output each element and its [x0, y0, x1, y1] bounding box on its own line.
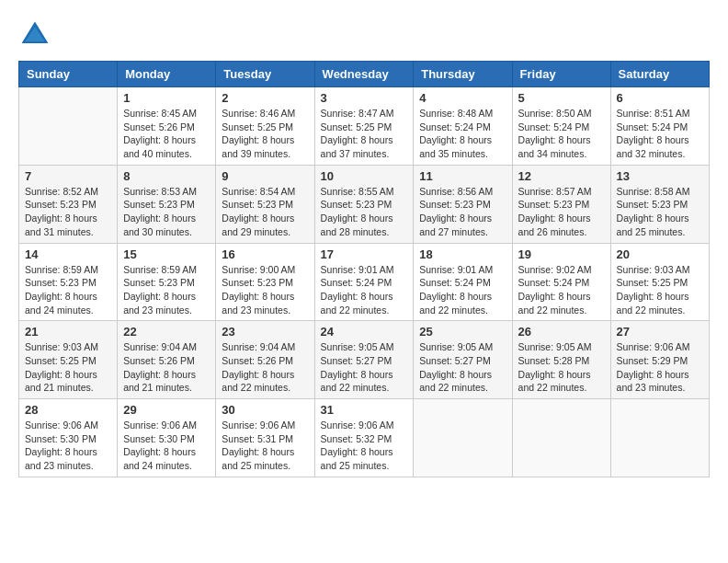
day-detail: Sunrise: 9:03 AM Sunset: 5:25 PM Dayligh…	[617, 263, 703, 317]
day-detail: Sunrise: 9:01 AM Sunset: 5:24 PM Dayligh…	[321, 263, 408, 317]
day-number: 10	[321, 169, 408, 183]
page-header	[18, 18, 710, 52]
col-header-sunday: Sunday	[19, 62, 118, 87]
day-number: 15	[123, 247, 210, 261]
day-detail: Sunrise: 8:56 AM Sunset: 5:23 PM Dayligh…	[419, 185, 506, 239]
day-cell: 5Sunrise: 8:50 AM Sunset: 5:24 PM Daylig…	[512, 87, 610, 166]
day-cell: 31Sunrise: 9:06 AM Sunset: 5:32 PM Dayli…	[314, 399, 414, 477]
logo	[18, 18, 55, 52]
day-number: 22	[123, 325, 210, 339]
day-detail: Sunrise: 8:58 AM Sunset: 5:23 PM Dayligh…	[617, 185, 703, 239]
day-number: 28	[25, 403, 111, 417]
day-detail: Sunrise: 9:03 AM Sunset: 5:25 PM Dayligh…	[25, 340, 111, 395]
day-number: 31	[321, 403, 408, 417]
day-detail: Sunrise: 9:05 AM Sunset: 5:27 PM Dayligh…	[321, 340, 408, 395]
day-cell: 2Sunrise: 8:46 AM Sunset: 5:25 PM Daylig…	[216, 87, 314, 166]
day-cell: 25Sunrise: 9:05 AM Sunset: 5:27 PM Dayli…	[414, 321, 512, 399]
day-detail: Sunrise: 9:00 AM Sunset: 5:23 PM Dayligh…	[222, 263, 308, 317]
day-cell: 23Sunrise: 9:04 AM Sunset: 5:26 PM Dayli…	[216, 321, 314, 399]
day-cell: 6Sunrise: 8:51 AM Sunset: 5:24 PM Daylig…	[610, 87, 709, 166]
day-cell: 16Sunrise: 9:00 AM Sunset: 5:23 PM Dayli…	[216, 243, 314, 321]
day-cell: 27Sunrise: 9:06 AM Sunset: 5:29 PM Dayli…	[610, 321, 709, 399]
day-cell: 26Sunrise: 9:05 AM Sunset: 5:28 PM Dayli…	[512, 321, 610, 399]
day-number: 4	[419, 91, 506, 105]
day-cell: 24Sunrise: 9:05 AM Sunset: 5:27 PM Dayli…	[314, 321, 414, 399]
day-cell: 19Sunrise: 9:02 AM Sunset: 5:24 PM Dayli…	[512, 243, 610, 321]
day-detail: Sunrise: 8:59 AM Sunset: 5:23 PM Dayligh…	[25, 263, 111, 317]
day-detail: Sunrise: 8:47 AM Sunset: 5:25 PM Dayligh…	[321, 107, 408, 161]
day-cell: 17Sunrise: 9:01 AM Sunset: 5:24 PM Dayli…	[314, 243, 414, 321]
header-row: SundayMondayTuesdayWednesdayThursdayFrid…	[19, 62, 710, 87]
logo-icon	[18, 18, 51, 52]
col-header-wednesday: Wednesday	[314, 62, 414, 87]
day-detail: Sunrise: 9:06 AM Sunset: 5:29 PM Dayligh…	[617, 340, 703, 395]
day-number: 26	[518, 325, 605, 339]
day-number: 21	[25, 325, 111, 339]
day-detail: Sunrise: 9:05 AM Sunset: 5:28 PM Dayligh…	[518, 340, 605, 395]
day-cell: 12Sunrise: 8:57 AM Sunset: 5:23 PM Dayli…	[512, 165, 610, 243]
day-cell: 22Sunrise: 9:04 AM Sunset: 5:26 PM Dayli…	[118, 321, 216, 399]
day-detail: Sunrise: 9:02 AM Sunset: 5:24 PM Dayligh…	[518, 263, 605, 317]
day-cell: 4Sunrise: 8:48 AM Sunset: 5:24 PM Daylig…	[414, 87, 512, 166]
day-number: 6	[617, 91, 703, 105]
day-detail: Sunrise: 8:45 AM Sunset: 5:26 PM Dayligh…	[123, 107, 210, 161]
day-cell: 11Sunrise: 8:56 AM Sunset: 5:23 PM Dayli…	[414, 165, 512, 243]
week-row-3: 21Sunrise: 9:03 AM Sunset: 5:25 PM Dayli…	[19, 321, 710, 399]
day-detail: Sunrise: 8:53 AM Sunset: 5:23 PM Dayligh…	[123, 185, 210, 239]
day-cell: 21Sunrise: 9:03 AM Sunset: 5:25 PM Dayli…	[19, 321, 118, 399]
day-number: 14	[25, 247, 111, 261]
col-header-friday: Friday	[512, 62, 610, 87]
day-cell: 10Sunrise: 8:55 AM Sunset: 5:23 PM Dayli…	[314, 165, 414, 243]
day-number: 1	[123, 91, 210, 105]
col-header-saturday: Saturday	[610, 62, 709, 87]
day-detail: Sunrise: 8:46 AM Sunset: 5:25 PM Dayligh…	[222, 107, 308, 161]
day-detail: Sunrise: 9:04 AM Sunset: 5:26 PM Dayligh…	[222, 340, 308, 395]
day-detail: Sunrise: 8:57 AM Sunset: 5:23 PM Dayligh…	[518, 185, 605, 239]
day-number: 3	[321, 91, 408, 105]
day-detail: Sunrise: 8:50 AM Sunset: 5:24 PM Dayligh…	[518, 107, 605, 161]
week-row-2: 14Sunrise: 8:59 AM Sunset: 5:23 PM Dayli…	[19, 243, 710, 321]
day-detail: Sunrise: 8:54 AM Sunset: 5:23 PM Dayligh…	[222, 185, 308, 239]
day-detail: Sunrise: 8:52 AM Sunset: 5:23 PM Dayligh…	[25, 185, 111, 239]
day-cell: 8Sunrise: 8:53 AM Sunset: 5:23 PM Daylig…	[118, 165, 216, 243]
week-row-4: 28Sunrise: 9:06 AM Sunset: 5:30 PM Dayli…	[19, 399, 710, 477]
day-cell: 9Sunrise: 8:54 AM Sunset: 5:23 PM Daylig…	[216, 165, 314, 243]
day-number: 7	[25, 169, 111, 183]
col-header-monday: Monday	[118, 62, 216, 87]
day-cell	[610, 399, 709, 477]
day-number: 30	[222, 403, 308, 417]
day-detail: Sunrise: 8:59 AM Sunset: 5:23 PM Dayligh…	[123, 263, 210, 317]
day-number: 18	[419, 247, 506, 261]
week-row-1: 7Sunrise: 8:52 AM Sunset: 5:23 PM Daylig…	[19, 165, 710, 243]
day-detail: Sunrise: 9:05 AM Sunset: 5:27 PM Dayligh…	[419, 340, 506, 395]
day-number: 9	[222, 169, 308, 183]
col-header-tuesday: Tuesday	[216, 62, 314, 87]
day-cell	[19, 87, 118, 166]
day-cell: 7Sunrise: 8:52 AM Sunset: 5:23 PM Daylig…	[19, 165, 118, 243]
day-number: 25	[419, 325, 506, 339]
day-cell	[414, 399, 512, 477]
day-number: 17	[321, 247, 408, 261]
day-number: 24	[321, 325, 408, 339]
day-cell: 13Sunrise: 8:58 AM Sunset: 5:23 PM Dayli…	[610, 165, 709, 243]
day-cell: 14Sunrise: 8:59 AM Sunset: 5:23 PM Dayli…	[19, 243, 118, 321]
day-detail: Sunrise: 9:04 AM Sunset: 5:26 PM Dayligh…	[123, 340, 210, 395]
day-cell: 20Sunrise: 9:03 AM Sunset: 5:25 PM Dayli…	[610, 243, 709, 321]
day-cell: 28Sunrise: 9:06 AM Sunset: 5:30 PM Dayli…	[19, 399, 118, 477]
day-number: 23	[222, 325, 308, 339]
calendar-table: SundayMondayTuesdayWednesdayThursdayFrid…	[18, 61, 710, 477]
day-detail: Sunrise: 9:06 AM Sunset: 5:30 PM Dayligh…	[123, 419, 210, 473]
day-number: 12	[518, 169, 605, 183]
day-number: 19	[518, 247, 605, 261]
day-number: 13	[617, 169, 703, 183]
day-detail: Sunrise: 9:01 AM Sunset: 5:24 PM Dayligh…	[419, 263, 506, 317]
day-cell: 15Sunrise: 8:59 AM Sunset: 5:23 PM Dayli…	[118, 243, 216, 321]
day-number: 11	[419, 169, 506, 183]
col-header-thursday: Thursday	[414, 62, 512, 87]
day-cell: 30Sunrise: 9:06 AM Sunset: 5:31 PM Dayli…	[216, 399, 314, 477]
day-number: 2	[222, 91, 308, 105]
day-cell	[512, 399, 610, 477]
day-number: 16	[222, 247, 308, 261]
day-detail: Sunrise: 9:06 AM Sunset: 5:32 PM Dayligh…	[321, 419, 408, 473]
day-detail: Sunrise: 9:06 AM Sunset: 5:30 PM Dayligh…	[25, 419, 111, 473]
